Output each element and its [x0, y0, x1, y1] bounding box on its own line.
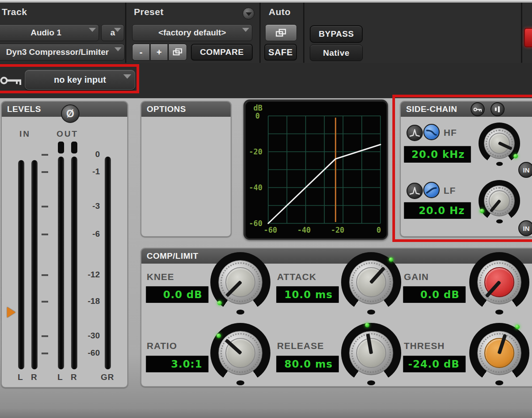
preset-selector[interactable]: <factory default> — [132, 24, 252, 41]
knob-pointer — [498, 334, 507, 354]
plugin-window: Track Audio 1 a Dyn3 Compressor/Limiter … — [0, 0, 532, 418]
thresh-knob[interactable] — [468, 322, 530, 384]
release-label: RELEASE — [277, 341, 324, 351]
meter-scale-label: -30 — [77, 331, 100, 341]
chevron-down-icon — [246, 12, 252, 16]
meter-scale-label: -12 — [77, 270, 100, 280]
channel-label: R — [31, 372, 38, 382]
graph-ytick: 0 — [255, 111, 260, 120]
knee-knob-led — [217, 301, 222, 305]
meter-scale-label: 0 — [77, 150, 100, 159]
thresh-label: THRESH — [404, 341, 445, 351]
knee-display[interactable]: 0.0 dB — [146, 286, 209, 303]
copy-icon — [276, 29, 286, 37]
meter-scale-label: -60 — [77, 348, 100, 358]
toolbar-separator — [303, 3, 304, 63]
phase-button[interactable]: Ø — [61, 104, 80, 123]
meter-scale-label: -18 — [77, 296, 100, 306]
options-title: OPTIONS — [147, 104, 186, 114]
meter-tick — [42, 301, 48, 303]
ratio-value: 3.0:1 — [171, 358, 202, 370]
plus-label: + — [156, 47, 162, 58]
knob-pointer — [366, 334, 373, 354]
compare-label: COMPARE — [200, 47, 243, 57]
compare-button[interactable]: COMPARE — [191, 44, 253, 61]
graph-ytick: -60 — [249, 219, 262, 228]
gain-display[interactable]: 0.0 dB — [403, 286, 466, 303]
preset-increment-button[interactable]: + — [150, 44, 168, 61]
side-chain-highlight — [392, 95, 532, 242]
release-value: 80.0 ms — [285, 358, 333, 370]
graph-xtick: -40 — [297, 226, 311, 234]
track-selector[interactable]: Audio 1 — [0, 24, 99, 41]
ratio-display[interactable]: 3.0:1 — [146, 356, 209, 372]
knob-pointer-rotor — [335, 317, 407, 389]
clip-indicator-out-right[interactable] — [71, 142, 77, 153]
attack-label: ATTACK — [277, 272, 316, 282]
knob-nub — [367, 310, 375, 314]
gain-value: 0.0 dB — [420, 289, 460, 300]
ratio-knob[interactable] — [209, 322, 271, 384]
comp-limit-title: COMP/LIMIT — [147, 251, 198, 261]
levels-title: LEVELS — [7, 104, 41, 114]
preset-decrement-button[interactable]: - — [132, 44, 150, 61]
knob-pointer — [485, 280, 502, 298]
knob-nub — [236, 380, 244, 385]
plugin-body: LEVELS Ø IN OUT — [0, 98, 532, 418]
in-meters-label: IN — [19, 129, 30, 139]
plugin-toolbar: Track Audio 1 a Dyn3 Compressor/Limiter … — [0, 3, 532, 63]
native-button[interactable]: Native — [310, 45, 363, 61]
automation-playlist-selector[interactable]: a — [101, 24, 124, 41]
meter-tick — [42, 206, 48, 207]
transfer-curve-panel: dB 0 -20 -40 -60 -60 -40 -20 0 — [243, 100, 388, 240]
preset-section-label: Preset — [134, 7, 163, 17]
knob-pointer-rotor — [460, 314, 532, 392]
thresh-display[interactable]: -24.0 dB — [403, 356, 466, 372]
bypass-label: BYPASS — [319, 29, 354, 39]
graph-xtick: -20 — [331, 226, 345, 234]
knob-nub — [495, 380, 503, 385]
clip-indicator-out-left[interactable] — [58, 142, 64, 153]
toolbar-separator — [521, 3, 522, 63]
chevron-down-icon — [114, 28, 121, 32]
meter-tick — [42, 335, 48, 337]
knob-nub — [367, 380, 375, 385]
bypass-button[interactable]: BYPASS — [310, 25, 363, 43]
target-button[interactable] — [524, 28, 532, 47]
gain-knob[interactable] — [468, 251, 530, 313]
graph-unit-label: dB — [254, 104, 262, 112]
preset-librarian-button[interactable] — [168, 44, 187, 61]
auto-section-label: Auto — [269, 7, 291, 17]
levels-panel: LEVELS Ø IN OUT — [1, 101, 128, 388]
attack-knob[interactable] — [340, 251, 402, 313]
phase-icon: Ø — [66, 108, 74, 120]
toolbar-separator — [125, 3, 126, 63]
preset-menu-button[interactable] — [243, 8, 255, 19]
release-knob[interactable] — [340, 322, 402, 384]
ratio-knob-led — [217, 334, 221, 338]
toolbar-separator — [259, 3, 261, 63]
channel-label: L — [57, 372, 64, 382]
thresh-value: -24.0 dB — [408, 358, 460, 370]
automation-enable-button[interactable] — [265, 24, 297, 41]
meter-scale-label: -6 — [77, 229, 100, 239]
track-name: Audio 1 — [30, 28, 61, 38]
plugin-selector[interactable]: Dyn3 Compressor/Limiter — [0, 44, 125, 61]
meter-in-right — [31, 160, 38, 369]
chevron-down-icon — [242, 28, 249, 32]
meter-out-right — [71, 157, 77, 369]
chevron-down-icon — [89, 28, 96, 32]
release-display[interactable]: 80.0 ms — [276, 356, 339, 372]
knob-nub — [495, 310, 503, 314]
ratio-label: RATIO — [147, 341, 177, 351]
knee-knob[interactable] — [209, 251, 271, 313]
release-knob-led — [365, 323, 369, 327]
minus-label: - — [140, 47, 143, 58]
auto-safe-button[interactable]: SAFE — [264, 44, 297, 61]
attack-display[interactable]: 10.0 ms — [276, 286, 339, 303]
transfer-curve-svg: dB 0 -20 -40 -60 -60 -40 -20 0 — [245, 101, 387, 238]
threshold-arrow-indicator[interactable] — [7, 307, 15, 318]
graph-ytick: -40 — [249, 183, 262, 192]
meter-tick — [42, 353, 48, 354]
graph-ytick: -20 — [249, 147, 262, 156]
